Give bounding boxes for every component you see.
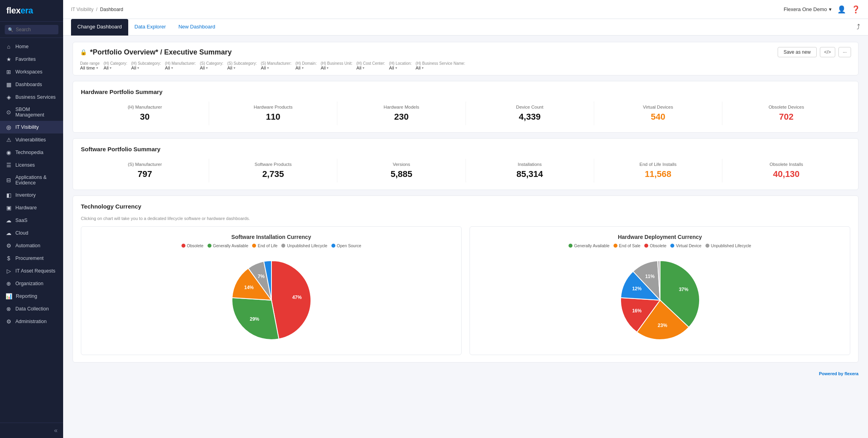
hardware-summary-card: Hardware Portfolio Summary (H) Manufactu… xyxy=(73,81,859,133)
legend-label: End of Sale xyxy=(619,243,640,248)
sidebar-item-home[interactable]: ⌂Home xyxy=(0,40,63,53)
stat-value: 85,314 xyxy=(471,169,589,179)
legend-item: Generally Available xyxy=(569,243,610,248)
user-menu[interactable]: Flexera One Demo ▾ xyxy=(784,6,832,12)
sidebar-item-hardware[interactable]: ▣Hardware xyxy=(0,201,63,214)
stat-label: Obsolete Devices xyxy=(727,105,846,109)
administration-icon: ⚙ xyxy=(6,318,12,325)
sidebar-item-workspaces[interactable]: ⊞Workspaces xyxy=(0,66,63,78)
filter-value[interactable]: All xyxy=(389,66,412,70)
filter-value[interactable]: All xyxy=(321,66,353,70)
dashboards-icon: ▦ xyxy=(6,81,12,88)
sidebar-item-reporting[interactable]: 📊Reporting xyxy=(0,290,63,303)
legend-dot xyxy=(281,244,285,248)
help-icon[interactable]: ❓ xyxy=(851,5,860,14)
sidebar-item-inventory[interactable]: ◧Inventory xyxy=(0,189,63,201)
sidebar-item-saas[interactable]: ☁SaaS xyxy=(0,214,63,227)
user-profile-icon[interactable]: 👤 xyxy=(837,5,846,14)
stat-item: Obsolete Devices702 xyxy=(722,102,850,125)
filter-value[interactable]: All xyxy=(296,66,317,70)
sidebar-item-data-collection[interactable]: ⊗Data Collection xyxy=(0,303,63,315)
filter-value[interactable]: All xyxy=(200,66,223,70)
stat-value: 30 xyxy=(86,112,204,122)
organization-icon: ⊕ xyxy=(6,280,12,287)
charts-row: Software Installation Currency ObsoleteG… xyxy=(81,226,850,355)
legend-dot xyxy=(252,244,256,248)
filter-value[interactable]: All time xyxy=(80,66,99,70)
sidebar-item-applications-evidence[interactable]: ⊟Applications & Evidence xyxy=(0,171,63,189)
filter-item: (H) Business Unit:All xyxy=(321,61,353,70)
stat-value: 230 xyxy=(342,112,460,122)
stat-item: (H) Manufacturer30 xyxy=(81,102,209,125)
sidebar-item-sbom-management[interactable]: ⊙SBOM Management xyxy=(0,103,63,121)
sidebar-item-administration[interactable]: ⚙Administration xyxy=(0,315,63,328)
save-as-new-button[interactable]: Save as new xyxy=(778,47,817,57)
tab-new-dashboard[interactable]: New Dashboard xyxy=(172,19,221,36)
sidebar-item-procurement[interactable]: $Procurement xyxy=(0,252,63,265)
filters-row: Date rangeAll time(H) Category:All(H) Su… xyxy=(80,61,851,70)
tab-change-dashboard[interactable]: Change Dashboard xyxy=(71,19,128,36)
user-label: Flexera One Demo xyxy=(784,6,827,12)
stat-value: 110 xyxy=(214,112,332,122)
hardware-summary-title: Hardware Portfolio Summary xyxy=(81,88,850,95)
sidebar-item-technopedia[interactable]: ◉Technopedia xyxy=(0,146,63,159)
sidebar-item-it-asset-requests[interactable]: ▷IT Asset Requests xyxy=(0,265,63,277)
filter-value[interactable]: All xyxy=(131,66,161,70)
filter-label: (S) Manufacturer: xyxy=(261,61,292,66)
hardware-pie-chart[interactable]: 37%23%16%12%11% xyxy=(478,253,842,348)
sbom-management-icon: ⊙ xyxy=(6,109,12,115)
hardware-stats-row: (H) Manufacturer30Hardware Products110Ha… xyxy=(81,102,850,125)
breadcrumb: IT Visibility / Dashboard xyxy=(71,7,123,12)
share-button[interactable]: ⤴ xyxy=(857,23,860,31)
software-pie-chart[interactable]: 47%29%14%7% xyxy=(89,253,453,348)
more-options-button[interactable]: ··· xyxy=(838,47,851,57)
favorites-icon: ★ xyxy=(6,56,12,62)
filter-value[interactable]: All xyxy=(356,66,385,70)
hardware-pie-svg: 37%23%16%12%11% xyxy=(613,253,707,348)
legend-dot xyxy=(208,244,211,248)
filter-label: (H) Manufacturer: xyxy=(165,61,196,66)
legend-item: End of Life xyxy=(252,243,277,248)
svg-text:7%: 7% xyxy=(258,274,265,279)
legend-label: Virtual Device xyxy=(676,243,702,248)
stat-label: Hardware Products xyxy=(214,105,332,109)
filter-item: (S) Manufacturer:All xyxy=(261,61,292,70)
sidebar-item-favorites[interactable]: ★Favorites xyxy=(0,53,63,66)
legend-label: Generally Available xyxy=(213,243,249,248)
workspaces-icon: ⊞ xyxy=(6,69,12,75)
sidebar-item-it-visibility[interactable]: ◎IT Visibility xyxy=(0,121,63,133)
sidebar-item-organization[interactable]: ⊕Organization xyxy=(0,277,63,290)
sidebar-item-label: Home xyxy=(15,44,28,49)
sidebar-collapse-button[interactable]: « xyxy=(0,423,63,438)
software-summary-card: Software Portfolio Summary (S) Manufactu… xyxy=(73,138,859,190)
sidebar-item-cloud[interactable]: ☁Cloud xyxy=(0,227,63,239)
stat-value: 11,568 xyxy=(599,169,717,179)
filter-value[interactable]: All xyxy=(227,66,257,70)
filter-value[interactable]: All xyxy=(165,66,196,70)
filter-item: (H) Cost Center:All xyxy=(356,61,385,70)
stat-label: Obsolete Installs xyxy=(727,162,846,167)
sidebar-item-automation[interactable]: ⚙Automation xyxy=(0,239,63,252)
sidebar-item-label: Vulnerabilities xyxy=(15,137,46,143)
sidebar-item-label: IT Visibility xyxy=(15,124,39,130)
stat-label: Hardware Models xyxy=(342,105,460,109)
hardware-chart-legend: Generally AvailableEnd of SaleObsoleteVi… xyxy=(478,243,842,248)
filter-value[interactable]: All xyxy=(261,66,292,70)
tab-data-explorer[interactable]: Data Explorer xyxy=(128,19,172,36)
stat-item: Versions5,885 xyxy=(337,159,466,182)
legend-item: Open Source xyxy=(331,243,361,248)
legend-item: Obsolete xyxy=(644,243,666,248)
automation-icon: ⚙ xyxy=(6,242,12,249)
code-button[interactable]: </> xyxy=(820,47,835,57)
sidebar-item-label: Data Collection xyxy=(15,306,49,312)
sidebar-item-licenses[interactable]: ☰Licenses xyxy=(0,159,63,171)
filter-value[interactable]: All xyxy=(103,66,127,70)
sidebar-item-business-services[interactable]: ◈Business Services xyxy=(0,91,63,103)
legend-item: Obsolete xyxy=(181,243,204,248)
sidebar-item-vulnerabilities[interactable]: ⚠Vulnerabilities xyxy=(0,133,63,146)
technology-currency-subtitle: Clicking on chart will take you to a ded… xyxy=(81,216,850,221)
legend-dot xyxy=(614,244,617,248)
sidebar-item-dashboards[interactable]: ▦Dashboards xyxy=(0,78,63,91)
filter-value[interactable]: All xyxy=(415,66,465,70)
breadcrumb-parent[interactable]: IT Visibility xyxy=(71,7,94,12)
